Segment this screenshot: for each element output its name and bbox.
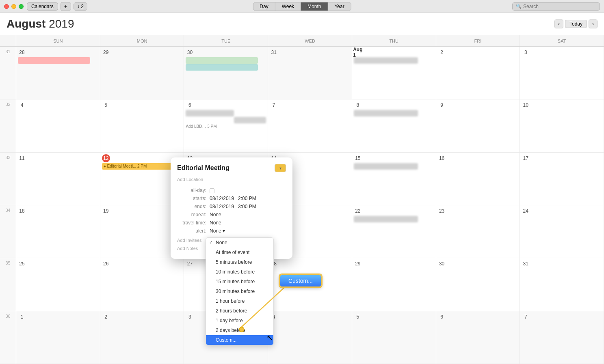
day-cell-18[interactable]: 18: [16, 205, 100, 258]
week-num-34: 34: [0, 205, 16, 258]
day-cell-5[interactable]: 5: [100, 99, 184, 152]
day-cell-11[interactable]: 11: [16, 153, 100, 205]
day-number: 15: [354, 154, 362, 162]
day-cell-3[interactable]: 3: [520, 47, 604, 99]
event-truncated: Add LBD… 3 PM: [186, 124, 266, 129]
color-picker-badge[interactable]: [275, 164, 286, 172]
day-cell-sep6[interactable]: 6: [436, 311, 520, 364]
alert-value[interactable]: None ▾: [210, 228, 286, 234]
day-cell-28[interactable]: 28: [16, 47, 100, 99]
day-number: 10: [522, 101, 530, 109]
calendar-grid: 31 28 29 30 31 Aug 1 2 3 32 4 5 6: [0, 47, 604, 364]
day-cell-8[interactable]: 8: [352, 99, 436, 152]
alert-30min[interactable]: 30 minutes before: [206, 286, 273, 296]
event-bar[interactable]: [186, 64, 258, 71]
alert-none[interactable]: None: [206, 238, 273, 248]
day-cell-25[interactable]: 25: [16, 258, 100, 311]
allday-checkbox[interactable]: [210, 187, 286, 193]
day-cell-29b[interactable]: 29: [352, 258, 436, 311]
minimize-button[interactable]: [11, 4, 16, 9]
day-cell-sep5[interactable]: 5: [352, 311, 436, 364]
ends-value[interactable]: 08/12/2019 3:00 PM: [210, 204, 286, 209]
day-cell-16[interactable]: 16: [436, 153, 520, 205]
week-num-36: 36: [0, 311, 16, 364]
popup-ends-row: ends: 08/12/2019 3:00 PM: [177, 204, 286, 209]
month-header: August 2019 ‹ Today ›: [0, 13, 604, 35]
alert-at-time[interactable]: At time of event: [206, 248, 273, 257]
alert-label: alert:: [177, 228, 210, 234]
alert-5min[interactable]: 5 minutes before: [206, 257, 273, 267]
alert-2hr[interactable]: 2 hours before: [206, 306, 273, 316]
event-bar-blurred[interactable]: [354, 110, 418, 116]
day-cell-22[interactable]: 22: [352, 205, 436, 258]
view-month-button[interactable]: Month: [301, 2, 328, 11]
fullscreen-button[interactable]: [19, 4, 24, 9]
event-bar-blurred[interactable]: [234, 117, 266, 123]
event-bar[interactable]: [186, 57, 258, 64]
day-cell-29[interactable]: 29: [100, 47, 184, 99]
alert-custom-dropdown-item[interactable]: Custom...: [206, 335, 273, 345]
custom-alert-button[interactable]: Custom...: [279, 274, 322, 287]
day-cell-sep2[interactable]: 2: [100, 311, 184, 364]
starts-value[interactable]: 08/12/2019 2:00 PM: [210, 196, 286, 201]
search-input[interactable]: [523, 4, 596, 9]
day-cell-sep7[interactable]: 7: [520, 311, 604, 364]
calendars-button[interactable]: Calendars: [27, 2, 58, 11]
day-cell-26[interactable]: 26: [100, 258, 184, 311]
day-number: 5: [354, 313, 362, 321]
day-number: 5: [102, 101, 110, 109]
alert-2days[interactable]: 2 days before: [206, 325, 273, 335]
add-event-button[interactable]: +: [61, 2, 71, 11]
travel-value[interactable]: None: [210, 220, 286, 226]
day-cell-10[interactable]: 10: [520, 99, 604, 152]
day-cell-aug1[interactable]: Aug 1: [352, 47, 436, 99]
event-bar[interactable]: [18, 57, 90, 64]
next-month-button[interactable]: ›: [589, 19, 598, 28]
day-cell-sep1[interactable]: 1: [16, 311, 100, 364]
day-cell-sep4[interactable]: 4: [268, 311, 352, 364]
week-num-32: 32: [0, 99, 16, 152]
event-bar-blurred[interactable]: [354, 216, 418, 222]
day-header-sat: Sat: [520, 35, 604, 46]
day-cell-23[interactable]: 23: [436, 205, 520, 258]
prev-month-button[interactable]: ‹: [554, 19, 563, 28]
popup-location[interactable]: Add Location: [177, 175, 286, 183]
alert-15min[interactable]: 15 minutes before: [206, 277, 273, 286]
titlebar: Calendars + ↓ 2 Day Week Month Year 🔍: [0, 0, 604, 13]
event-bar-blurred[interactable]: [186, 110, 234, 116]
day-cell-24[interactable]: 24: [520, 205, 604, 258]
day-cell-17[interactable]: 17: [520, 153, 604, 205]
download-button[interactable]: ↓ 2: [74, 2, 87, 11]
today-button[interactable]: Today: [565, 20, 587, 28]
view-day-button[interactable]: Day: [253, 2, 275, 11]
day-number: 16: [438, 154, 446, 162]
alert-10min[interactable]: 10 minutes before: [206, 267, 273, 277]
event-bar-blurred[interactable]: [354, 57, 418, 64]
view-year-button[interactable]: Year: [328, 2, 351, 11]
day-cell-31[interactable]: 31: [268, 47, 352, 99]
alert-1hr[interactable]: 1 hour before: [206, 296, 273, 306]
day-cell-15[interactable]: 15: [352, 153, 436, 205]
week-num-35: 35: [0, 258, 16, 311]
repeat-value[interactable]: None: [210, 212, 286, 218]
week-num-header: [0, 35, 16, 46]
popup-repeat-row: repeat: None: [177, 212, 286, 218]
view-week-button[interactable]: Week: [275, 2, 301, 11]
event-bar-blurred[interactable]: [354, 163, 418, 170]
day-cell-30[interactable]: 30: [184, 47, 268, 99]
day-number: 30: [438, 260, 446, 268]
view-switcher: Day Week Month Year: [253, 2, 351, 11]
day-cell-7[interactable]: 7: [268, 99, 352, 152]
day-number: 17: [522, 154, 530, 162]
day-cell-6[interactable]: 6 Add LBD… 3 PM: [184, 99, 268, 152]
day-cell-9[interactable]: 9: [436, 99, 520, 152]
day-cell-30b[interactable]: 30: [436, 258, 520, 311]
day-cell-4[interactable]: 4: [16, 99, 100, 152]
day-number: 12: [102, 154, 110, 162]
day-cell-2[interactable]: 2: [436, 47, 520, 99]
close-button[interactable]: [4, 4, 9, 9]
day-cell-31b[interactable]: 31: [520, 258, 604, 311]
editorial-meeting-event[interactable]: ● Editorial Meeti... 2 PM: [102, 163, 178, 170]
day-number: 7: [270, 101, 278, 109]
alert-1day[interactable]: 1 day before: [206, 316, 273, 325]
